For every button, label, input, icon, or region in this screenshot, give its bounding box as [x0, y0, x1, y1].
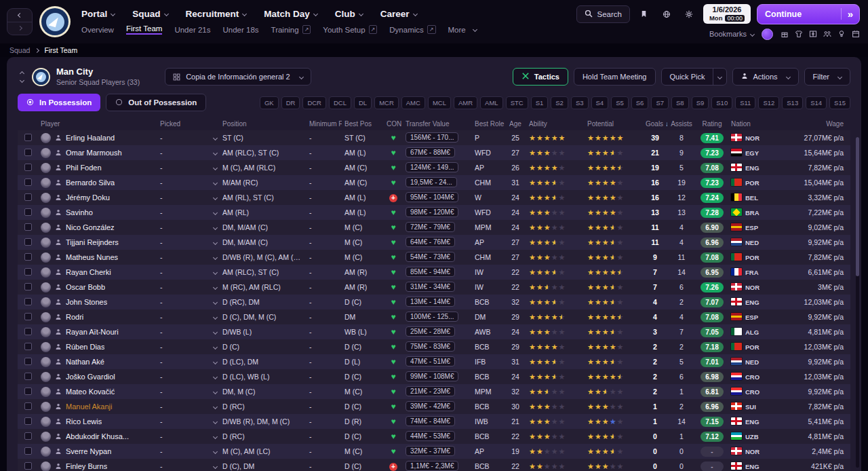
row-checkbox[interactable]	[24, 358, 32, 365]
row-checkbox[interactable]	[24, 373, 32, 380]
row-checkbox[interactable]	[24, 178, 32, 186]
row-checkbox[interactable]	[24, 238, 32, 246]
transfer-value-pill[interactable]: 25M€ - 28M€	[406, 326, 455, 337]
tab-out-of-possession[interactable]: Out of Possession	[106, 94, 206, 111]
player-row[interactable]: Rayan Aït-Nouri-D/WB (L)-WB (L)♥25M€ - 2…	[18, 324, 850, 339]
row-checkbox[interactable]	[24, 253, 32, 261]
player-row[interactable]: Mateo Kovačić-DM, M (C)-M (C)♥21M€ - 23M…	[18, 384, 850, 399]
picked-dropdown-icon[interactable]	[213, 299, 218, 304]
picked-dropdown-icon[interactable]	[213, 269, 218, 274]
player-name[interactable]: Sverre Nypan	[66, 447, 111, 455]
player-name[interactable]: Erling Haaland	[66, 134, 115, 142]
row-checkbox[interactable]	[24, 328, 32, 335]
transfer-value-pill[interactable]: 31M€ - 34M€	[406, 282, 455, 292]
picked-dropdown-icon[interactable]	[213, 314, 218, 319]
transfer-value-pill[interactable]: 74M€ - 84M€	[406, 416, 455, 426]
player-name[interactable]: Savinho	[66, 208, 93, 216]
menu-squad[interactable]: Squad	[132, 9, 167, 19]
profile-badge[interactable]	[762, 29, 773, 40]
player-row[interactable]: Erling Haaland-ST (C)-ST (C)♥156M€ - 170…	[18, 130, 850, 145]
tactic-board-icon[interactable]	[809, 30, 817, 38]
player-name[interactable]: Tijjani Reijnders	[66, 238, 119, 246]
player-row[interactable]: Jérémy Doku-AM (RL), ST (C)-AM (L)+95M€ …	[18, 190, 850, 205]
player-row[interactable]: Manuel Akanji-D (RC)-D (C)♥39M€ - 42M€BC…	[18, 399, 850, 414]
player-name[interactable]: Rayan Aït-Nouri	[66, 328, 119, 336]
transfer-value-pill[interactable]: 72M€ - 79M€	[406, 222, 455, 232]
pos-filter-amr[interactable]: AMR	[454, 96, 477, 109]
pos-filter-s5[interactable]: S5	[611, 96, 629, 109]
player-name[interactable]: Oscar Bobb	[66, 283, 105, 291]
transfer-value-pill[interactable]: 1,1M€ - 2,3M€	[406, 461, 458, 471]
row-checkbox[interactable]	[24, 402, 32, 410]
transfer-value-pill[interactable]: 98M€ - 120M€	[406, 207, 458, 217]
jersey-icon[interactable]	[795, 30, 803, 38]
subnav-under-18s[interactable]: Under 18s	[222, 26, 258, 34]
subnav-overview[interactable]: Overview	[81, 26, 114, 34]
transfer-value-pill[interactable]: 95M€ - 104M€	[406, 192, 458, 202]
player-row[interactable]: Nathan Aké-D (LC), DM-D (L)♥47M€ - 51M€I…	[18, 354, 850, 369]
pos-filter-aml[interactable]: AML	[480, 96, 503, 109]
quick-pick-dropdown[interactable]	[713, 69, 726, 85]
pos-filter-s13[interactable]: S13	[782, 96, 803, 109]
player-name[interactable]: Manuel Akanji	[66, 402, 113, 411]
subnav-dynamics[interactable]: Dynamics↗	[389, 25, 435, 34]
column-header-con[interactable]: CON	[384, 117, 403, 130]
hold-team-meeting-button[interactable]: Hold Team Meeting	[574, 68, 656, 86]
pos-filter-s1[interactable]: S1	[531, 96, 549, 109]
column-header-bestpos[interactable]: Best Pos	[342, 117, 384, 130]
picked-dropdown-icon[interactable]	[213, 284, 218, 289]
player-row[interactable]: Joško Gvardiol-D (LC), WB (L)-D (C)♥99M€…	[18, 369, 850, 384]
picked-dropdown-icon[interactable]	[213, 195, 218, 200]
calendar-icon[interactable]	[852, 30, 860, 38]
player-row[interactable]: Nico González-DM, M/AM (C)-M (C)♥72M€ - …	[18, 220, 850, 235]
pos-filter-s10[interactable]: S10	[711, 96, 732, 109]
player-row[interactable]: Rico Lewis-D/WB (R), DM, M (C)-D (R)♥74M…	[18, 414, 850, 429]
transfer-value-pill[interactable]: 19,5M€ - 24...	[406, 177, 457, 187]
picked-dropdown-icon[interactable]	[213, 419, 218, 423]
transfer-value-pill[interactable]: 54M€ - 73M€	[406, 252, 455, 262]
row-checkbox[interactable]	[24, 193, 32, 201]
player-name[interactable]: Matheus Nunes	[66, 253, 118, 261]
menu-match-day[interactable]: Match Day	[264, 9, 317, 19]
player-row[interactable]: Rayan Cherki-AM (RLC), ST (C)-AM (R)♥85M…	[18, 265, 850, 280]
transfer-value-pill[interactable]: 44M€ - 53M€	[406, 431, 455, 441]
settings-gear-icon[interactable]	[681, 6, 697, 22]
column-header-nation[interactable]: Nation	[728, 117, 770, 130]
pos-filter-s6[interactable]: S6	[631, 96, 649, 109]
player-row[interactable]: Phil Foden-M (C), AM (RLC)-AM (C)♥124M€ …	[18, 160, 850, 175]
row-checkbox[interactable]	[24, 268, 32, 276]
collapse-toggle[interactable]	[18, 72, 26, 82]
pos-filter-s9[interactable]: S9	[692, 96, 709, 109]
tab-in-possession[interactable]: In Possession	[18, 94, 100, 111]
pos-filter-s3[interactable]: S3	[571, 96, 589, 109]
picked-dropdown-icon[interactable]	[213, 225, 218, 229]
transfer-value-pill[interactable]: 21M€ - 23M€	[406, 386, 455, 396]
pos-filter-dr[interactable]: DR	[281, 96, 300, 109]
picked-dropdown-icon[interactable]	[213, 404, 218, 409]
pos-filter-s12[interactable]: S12	[758, 96, 779, 109]
row-checkbox[interactable]	[24, 313, 32, 320]
transfer-value-pill[interactable]: 39M€ - 42M€	[406, 401, 455, 411]
transfer-value-pill[interactable]: 124M€ - 149...	[406, 162, 458, 172]
row-checkbox[interactable]	[24, 134, 32, 141]
player-name[interactable]: John Stones	[66, 298, 107, 306]
bulb-icon[interactable]	[837, 30, 846, 38]
transfer-value-pill[interactable]: 47M€ - 51M€	[406, 356, 455, 366]
player-name[interactable]: Jérémy Doku	[66, 193, 110, 202]
picked-dropdown-icon[interactable]	[213, 389, 218, 394]
breadcrumb-first-team[interactable]: First Team	[44, 46, 77, 54]
player-name[interactable]: Mateo Kovačić	[66, 388, 115, 396]
filter-button[interactable]: Filter	[804, 68, 850, 86]
column-header-player[interactable]: Player	[38, 117, 157, 130]
transfer-value-pill[interactable]: 67M€ - 88M€	[406, 147, 455, 157]
transfer-value-pill[interactable]: 75M€ - 83M€	[406, 341, 455, 352]
picked-dropdown-icon[interactable]	[213, 240, 218, 244]
row-checkbox[interactable]	[24, 164, 32, 171]
column-header-value[interactable]: Transfer Value	[403, 117, 472, 130]
column-header-wage[interactable]: Wage	[770, 117, 850, 130]
player-row[interactable]: Sverre Nypan-M (C), AM (LC)-M (C)♥32M€ -…	[18, 444, 850, 459]
picked-dropdown-icon[interactable]	[213, 255, 218, 259]
view-dropdown[interactable]: Copia de Información general 2	[165, 68, 311, 86]
transfer-value-pill[interactable]: 156M€ - 170...	[406, 132, 458, 143]
picked-dropdown-icon[interactable]	[213, 165, 218, 170]
